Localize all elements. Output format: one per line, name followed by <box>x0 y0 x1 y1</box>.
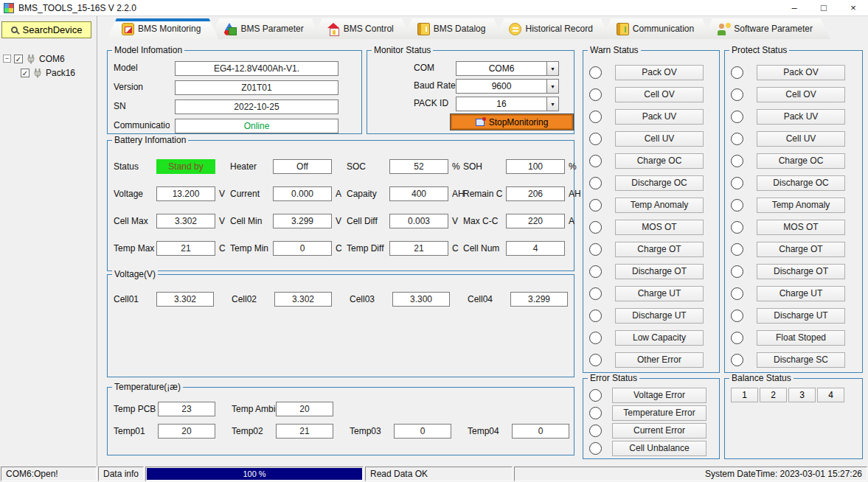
cell-voltage-value[interactable]: 3.302 <box>156 292 214 307</box>
battery-field-value[interactable]: 52 <box>389 159 448 174</box>
battery-field-value[interactable]: 206 <box>506 186 565 201</box>
error-status-button[interactable]: Current Error <box>612 423 706 439</box>
baud-rate-select[interactable]: 9600 ▼ <box>456 79 559 94</box>
temperature-value[interactable]: 0 <box>394 424 451 439</box>
tab-bms-control[interactable]: BMS Control <box>313 18 412 39</box>
tab-historical-record[interactable]: Historical Record <box>494 18 610 39</box>
maximize-button[interactable]: □ <box>809 0 839 15</box>
cell-voltage-value[interactable]: 3.299 <box>510 292 568 307</box>
temperature-value[interactable]: 0 <box>512 424 569 439</box>
warn-status-button[interactable]: Temp Anomaly <box>615 198 704 213</box>
protect-status-button[interactable]: Temp Anomaly <box>757 198 845 213</box>
battery-field-value[interactable]: 13.200 <box>156 186 215 201</box>
warn-status-button[interactable]: Cell UV <box>615 131 704 147</box>
battery-field-value[interactable]: 21 <box>389 241 448 256</box>
sn-label: SN <box>114 101 170 111</box>
warn-status-button[interactable]: Pack OV <box>615 65 704 80</box>
minimize-button[interactable]: – <box>780 0 809 15</box>
tree-expander-icon[interactable]: − <box>3 55 11 63</box>
device-plug-icon <box>26 54 36 64</box>
communication-state-value[interactable]: Online <box>175 119 338 133</box>
search-device-button[interactable]: SearchDevice <box>1 21 91 38</box>
temperature-value[interactable]: 20 <box>276 402 333 416</box>
tab-software-parameter[interactable]: Software Parameter <box>703 18 830 39</box>
battery-field-value[interactable]: 3.302 <box>156 214 215 228</box>
pack-id-select[interactable]: 16 ▼ <box>456 97 559 111</box>
error-status-button[interactable]: Cell Unbalance <box>612 441 706 456</box>
protect-status-button[interactable]: Charge OC <box>757 153 845 169</box>
battery-field-value[interactable]: 400 <box>389 186 448 201</box>
tab-bms-monitoring[interactable]: BMS Monitoring <box>107 18 218 39</box>
bms-control-icon <box>327 23 340 35</box>
tree-item-label[interactable]: Pack16 <box>46 68 75 78</box>
version-value[interactable]: Z01T01 <box>175 80 338 95</box>
protect-status-button[interactable]: Pack UV <box>757 109 845 125</box>
pack16-checkbox[interactable]: ✓ <box>21 69 29 77</box>
tab-bms-datalog[interactable]: BMS Datalog <box>403 18 504 39</box>
battery-field-unit: C <box>452 243 459 254</box>
status-led-indicator <box>589 332 602 344</box>
temperature-value[interactable]: 23 <box>158 402 215 416</box>
protect-status-button[interactable]: Charge UT <box>757 286 845 301</box>
protect-status-button[interactable]: Cell OV <box>757 87 845 102</box>
tree-item-label[interactable]: COM6 <box>39 54 65 64</box>
close-button[interactable]: × <box>839 0 868 15</box>
sn-value[interactable]: 2022-10-25 <box>175 99 338 114</box>
warn-status-row: Discharge UT <box>588 304 715 326</box>
warn-status-button[interactable]: Pack UV <box>615 109 704 125</box>
protect-status-button[interactable]: Pack OV <box>757 65 845 80</box>
warn-status-button[interactable]: Charge OT <box>615 242 704 257</box>
status-led-indicator <box>589 442 602 455</box>
temperature-value[interactable]: 20 <box>158 424 215 439</box>
com6-checkbox[interactable]: ✓ <box>14 55 23 63</box>
cell-voltage-value[interactable]: 3.300 <box>392 292 450 307</box>
battery-field-value[interactable]: 220 <box>506 214 565 228</box>
battery-field-value[interactable]: 0 <box>273 241 332 256</box>
model-value[interactable]: EG4-12.8V400Ah-V1. <box>175 61 338 76</box>
balance-cell-button[interactable]: 1 <box>731 388 758 402</box>
battery-field-value[interactable]: 100 <box>506 159 565 174</box>
tab-bms-parameter[interactable]: BMS Parameter <box>209 18 321 39</box>
tree-item-com6[interactable]: − ✓ COM6 <box>3 52 75 66</box>
protect-status-button[interactable]: Discharge SC <box>757 352 845 368</box>
battery-field-value[interactable]: 3.299 <box>273 214 332 228</box>
error-status-button[interactable]: Voltage Error <box>612 388 706 403</box>
warn-status-button[interactable]: Cell OV <box>615 87 704 102</box>
warn-status-button[interactable]: Charge OC <box>615 153 704 169</box>
protect-status-button[interactable]: Float Stoped <box>757 330 845 346</box>
balance-cell-button[interactable]: 2 <box>760 388 787 402</box>
warn-status-button[interactable]: Discharge UT <box>615 308 704 324</box>
balance-cell-button[interactable]: 3 <box>788 388 816 402</box>
window-title: BMS_TOOLS_15-16S V 2.2.0 <box>18 3 136 13</box>
warn-status-button[interactable]: Low Capacity <box>615 330 704 346</box>
com-select[interactable]: COM6 ▼ <box>456 61 559 76</box>
progress-value: 100 % <box>147 468 362 480</box>
error-status-button[interactable]: Temperature Error <box>612 405 706 421</box>
temperature-value[interactable]: 21 <box>276 424 333 439</box>
protect-status-button[interactable]: Discharge UT <box>757 308 845 324</box>
protect-status-button[interactable]: MOS OT <box>757 220 845 235</box>
balance-cell-button[interactable]: 4 <box>817 388 844 402</box>
com-row: COM COM6 ▼ <box>373 61 568 76</box>
warn-status-button[interactable]: MOS OT <box>615 220 704 235</box>
battery-field-value[interactable]: 0.003 <box>389 214 448 228</box>
group-title: Balance Status <box>729 373 794 383</box>
battery-field-value[interactable]: 4 <box>506 241 565 256</box>
tree-item-pack16[interactable]: ✓ Pack16 <box>21 66 75 80</box>
protect-status-button[interactable]: Discharge OC <box>757 175 845 191</box>
battery-field-value[interactable]: Off <box>273 159 332 174</box>
warn-status-button[interactable]: Charge UT <box>615 286 704 301</box>
protect-status-button[interactable]: Charge OT <box>757 242 845 257</box>
battery-field-value[interactable]: 0.000 <box>273 186 332 201</box>
status-led-indicator <box>589 354 602 366</box>
protect-status-button[interactable]: Discharge OT <box>757 264 845 279</box>
warn-status-button[interactable]: Discharge OT <box>615 264 704 279</box>
battery-field-value[interactable]: 21 <box>156 241 215 256</box>
stop-monitoring-button[interactable]: StopMonitoring <box>450 113 574 130</box>
cell-voltage-value[interactable]: 3.302 <box>274 292 332 307</box>
warn-status-button[interactable]: Other Error <box>615 352 704 368</box>
tab-communication[interactable]: Communication <box>602 18 712 39</box>
protect-status-button[interactable]: Cell UV <box>757 131 845 147</box>
battery-field: Current 0.000 A <box>230 186 347 202</box>
warn-status-button[interactable]: Discharge OC <box>615 175 704 191</box>
